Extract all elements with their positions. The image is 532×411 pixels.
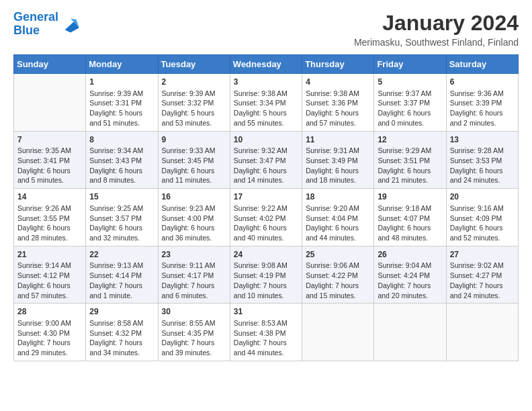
day-info: and 29 minutes.	[17, 348, 82, 358]
day-number: 18	[306, 191, 370, 203]
day-info: Daylight: 7 hours	[234, 281, 298, 291]
weekday-header-wednesday: Wednesday	[230, 55, 302, 74]
day-info: Sunset: 3:53 PM	[450, 156, 515, 166]
logo-text: GeneralBlue	[13, 11, 58, 38]
title-block: January 2024 Merimasku, Southwest Finlan…	[354, 11, 519, 48]
day-cell: 20Sunrise: 9:16 AMSunset: 4:09 PMDayligh…	[446, 189, 518, 246]
day-info: Sunrise: 9:04 AM	[378, 261, 442, 271]
weekday-header-thursday: Thursday	[302, 55, 374, 74]
day-info: Sunset: 3:45 PM	[162, 156, 226, 166]
day-info: Sunrise: 9:37 AM	[378, 89, 442, 99]
day-info: Sunset: 4:38 PM	[234, 328, 298, 338]
day-info: Sunrise: 9:14 AM	[17, 261, 82, 271]
day-cell: 10Sunrise: 9:32 AMSunset: 3:47 PMDayligh…	[230, 131, 302, 189]
day-info: Sunrise: 9:25 AM	[89, 203, 154, 214]
day-info: Sunrise: 9:36 AM	[450, 89, 515, 99]
day-info: Daylight: 6 hours	[450, 223, 515, 233]
week-row-4: 21Sunrise: 9:14 AMSunset: 4:12 PMDayligh…	[14, 246, 519, 304]
day-number: 3	[234, 77, 298, 88]
day-info: Daylight: 6 hours	[378, 223, 442, 233]
day-info: Daylight: 6 hours	[17, 166, 82, 176]
day-number: 20	[450, 191, 515, 203]
day-info: and 57 minutes.	[306, 118, 370, 128]
day-info: Sunset: 4:17 PM	[162, 271, 226, 281]
day-info: Daylight: 6 hours	[162, 223, 226, 233]
day-info: Sunset: 4:07 PM	[378, 214, 442, 224]
day-info: Daylight: 7 hours	[17, 338, 82, 348]
day-info: Sunrise: 9:28 AM	[450, 146, 515, 156]
day-cell: 6Sunrise: 9:36 AMSunset: 3:39 PMDaylight…	[446, 74, 518, 132]
day-info: and 24 minutes.	[450, 291, 515, 301]
day-cell: 14Sunrise: 9:26 AMSunset: 3:55 PMDayligh…	[14, 189, 86, 246]
day-info: Sunset: 3:41 PM	[17, 156, 82, 166]
day-info: Daylight: 5 hours	[306, 108, 370, 118]
day-info: and 1 minute.	[89, 291, 154, 301]
day-info: Daylight: 5 hours	[162, 108, 226, 118]
day-info: and 55 minutes.	[234, 118, 298, 128]
day-cell: 15Sunrise: 9:25 AMSunset: 3:57 PMDayligh…	[86, 189, 158, 246]
day-cell	[446, 304, 518, 361]
day-info: Sunrise: 9:18 AM	[378, 203, 442, 214]
day-info: Sunset: 4:30 PM	[17, 328, 82, 338]
day-info: Daylight: 7 hours	[450, 281, 515, 291]
day-number: 15	[89, 191, 154, 203]
day-cell: 22Sunrise: 9:13 AMSunset: 4:14 PMDayligh…	[86, 246, 158, 304]
day-number: 13	[450, 134, 515, 146]
day-info: Sunrise: 9:23 AM	[162, 203, 226, 214]
day-info: and 39 minutes.	[162, 348, 226, 358]
day-number: 8	[89, 134, 154, 146]
day-cell: 28Sunrise: 9:00 AMSunset: 4:30 PMDayligh…	[14, 304, 86, 361]
day-number: 9	[162, 134, 226, 146]
day-cell: 16Sunrise: 9:23 AMSunset: 4:00 PMDayligh…	[158, 189, 230, 246]
day-cell: 7Sunrise: 9:35 AMSunset: 3:41 PMDaylight…	[14, 131, 86, 189]
day-info: Sunset: 4:14 PM	[89, 271, 154, 281]
day-info: Sunset: 4:09 PM	[450, 214, 515, 224]
day-cell: 1Sunrise: 9:39 AMSunset: 3:31 PMDaylight…	[86, 74, 158, 132]
logo: GeneralBlue	[13, 11, 80, 38]
day-info: and 6 minutes.	[162, 291, 226, 301]
day-info: and 57 minutes.	[17, 291, 82, 301]
day-cell: 25Sunrise: 9:06 AMSunset: 4:22 PMDayligh…	[302, 246, 374, 304]
page: GeneralBlue January 2024 Merimasku, Sout…	[0, 0, 532, 368]
day-number: 30	[162, 306, 226, 318]
day-cell: 31Sunrise: 8:53 AMSunset: 4:38 PMDayligh…	[230, 304, 302, 361]
day-info: Sunrise: 9:26 AM	[17, 203, 82, 214]
day-info: Sunset: 3:34 PM	[234, 98, 298, 108]
day-number: 14	[17, 191, 82, 203]
day-cell: 2Sunrise: 9:39 AMSunset: 3:32 PMDaylight…	[158, 74, 230, 132]
day-info: Sunset: 3:36 PM	[306, 98, 370, 108]
week-row-1: 1Sunrise: 9:39 AMSunset: 3:31 PMDaylight…	[14, 74, 519, 132]
day-cell: 3Sunrise: 9:38 AMSunset: 3:34 PMDaylight…	[230, 74, 302, 132]
week-row-3: 14Sunrise: 9:26 AMSunset: 3:55 PMDayligh…	[14, 189, 519, 246]
day-info: Sunrise: 9:39 AM	[89, 89, 154, 99]
day-number: 1	[89, 77, 154, 88]
day-cell: 18Sunrise: 9:20 AMSunset: 4:04 PMDayligh…	[302, 189, 374, 246]
day-info: and 24 minutes.	[450, 175, 515, 185]
day-number: 28	[17, 306, 82, 318]
day-info: Daylight: 6 hours	[17, 281, 82, 291]
day-info: Sunrise: 9:02 AM	[450, 261, 515, 271]
day-info: Daylight: 6 hours	[450, 108, 515, 118]
day-number: 29	[89, 306, 154, 318]
day-cell: 26Sunrise: 9:04 AMSunset: 4:24 PMDayligh…	[374, 246, 446, 304]
day-number: 19	[378, 191, 442, 203]
day-info: and 8 minutes.	[89, 175, 154, 185]
day-info: Daylight: 7 hours	[89, 338, 154, 348]
day-info: Sunset: 4:19 PM	[234, 271, 298, 281]
day-info: Daylight: 6 hours	[306, 223, 370, 233]
day-info: Sunrise: 9:00 AM	[17, 318, 82, 328]
day-info: Sunrise: 8:55 AM	[162, 318, 226, 328]
day-number: 27	[450, 249, 515, 261]
day-info: Sunset: 3:47 PM	[234, 156, 298, 166]
day-info: Daylight: 7 hours	[89, 281, 154, 291]
day-cell: 19Sunrise: 9:18 AMSunset: 4:07 PMDayligh…	[374, 189, 446, 246]
location: Merimasku, Southwest Finland, Finland	[354, 37, 519, 48]
day-info: Sunrise: 9:13 AM	[89, 261, 154, 271]
weekday-header-sunday: Sunday	[14, 55, 86, 74]
day-cell: 12Sunrise: 9:29 AMSunset: 3:51 PMDayligh…	[374, 131, 446, 189]
day-info: and 10 minutes.	[234, 291, 298, 301]
calendar-table: SundayMondayTuesdayWednesdayThursdayFrid…	[13, 54, 519, 361]
day-cell	[374, 304, 446, 361]
day-number: 10	[234, 134, 298, 146]
day-info: Sunset: 4:00 PM	[162, 214, 226, 224]
